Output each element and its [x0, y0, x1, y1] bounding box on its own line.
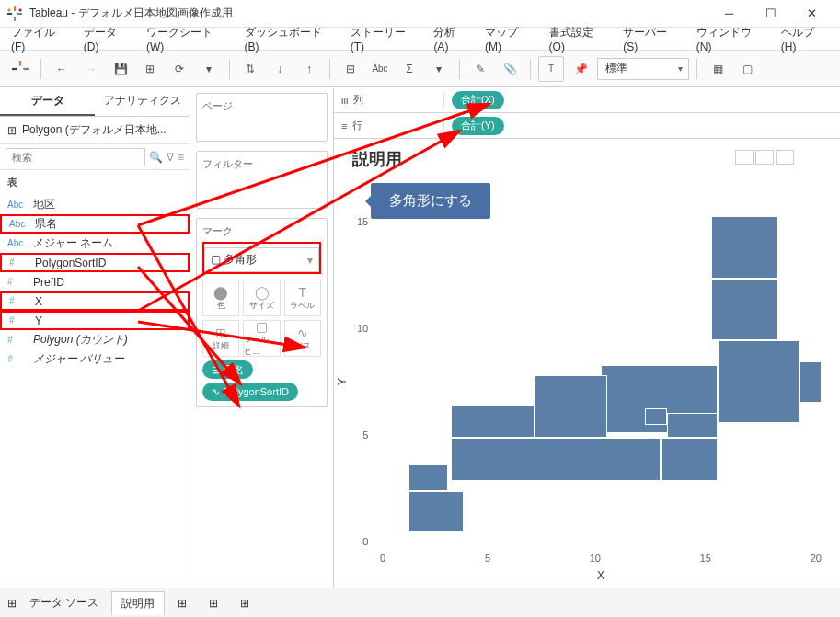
sort-desc-button[interactable]: ↑ — [296, 56, 322, 82]
annotation-callout: 多角形にする — [371, 183, 490, 219]
polygon[interactable] — [645, 408, 667, 425]
swap-button[interactable]: ⇅ — [237, 56, 263, 82]
pill-color-pref[interactable]: ⊟ 県名 — [202, 360, 253, 379]
new-story-button[interactable]: ⊞ — [231, 593, 259, 613]
filters-card[interactable]: フィルター — [196, 151, 328, 209]
chart-area: 説明用 多角形にする Y X 151050 05101520 — [334, 139, 840, 588]
x-axis-label: X — [597, 569, 604, 582]
save-button[interactable]: 💾 — [108, 56, 133, 82]
abc-icon: Abc — [7, 238, 28, 248]
menu-map[interactable]: マップ(M) — [479, 23, 540, 55]
pill-sum-x[interactable]: 合計(X) — [452, 91, 504, 109]
totals-button[interactable]: Σ — [397, 56, 422, 82]
pin-button[interactable]: 📌 — [568, 56, 593, 82]
polygon[interactable] — [661, 438, 718, 481]
fit-height-button[interactable] — [776, 150, 794, 165]
sheet-tabs: ⊞ データ ソース 説明用 ⊞ ⊞ ⊞ — [0, 588, 840, 617]
num-icon: # — [9, 315, 29, 326]
show-me-button[interactable]: ▦ — [705, 56, 731, 82]
menu-worksheet[interactable]: ワークシート(W) — [141, 23, 236, 55]
polygon[interactable] — [451, 438, 661, 481]
tab-data[interactable]: データ — [0, 87, 95, 116]
presentation-button[interactable]: ▢ — [734, 56, 760, 82]
field-PolygonSortID[interactable]: #PolygonSortID — [0, 253, 190, 272]
menu-file[interactable]: ファイル(F) — [6, 23, 75, 55]
datasource-tab-icon[interactable]: ⊞ — [7, 597, 17, 610]
mark-color[interactable]: ⬤色 — [202, 280, 239, 316]
menu-dashboard[interactable]: ダッシュボード(B) — [239, 23, 341, 55]
mark-size[interactable]: ◯サイズ — [243, 280, 280, 316]
search-input[interactable] — [6, 148, 145, 166]
mark-detail[interactable]: ⊞詳細 — [202, 320, 239, 357]
menu-format[interactable]: 書式設定(O) — [544, 23, 615, 55]
polygon[interactable] — [408, 491, 464, 532]
menu-analysis[interactable]: 分析(A) — [428, 23, 476, 55]
polygon[interactable] — [711, 279, 777, 341]
forward-button[interactable]: → — [78, 56, 104, 82]
polygon[interactable] — [711, 216, 777, 279]
list-icon[interactable]: ≡ — [178, 151, 184, 164]
fit-dropdown[interactable]: 標準 — [597, 58, 689, 80]
back-button[interactable]: ← — [49, 56, 75, 82]
pages-card[interactable]: ページ — [196, 93, 328, 142]
polygon[interactable] — [451, 405, 535, 438]
field-メジャー バリュー[interactable]: #メジャー バリュー — [0, 349, 190, 369]
polygon[interactable] — [667, 413, 718, 438]
sheet-tab[interactable]: 説明用 — [111, 591, 165, 615]
datasource-tab[interactable]: データ ソース — [20, 591, 108, 614]
attach-button[interactable]: 📎 — [497, 56, 523, 82]
polygon[interactable] — [535, 375, 607, 438]
num-icon: # — [7, 277, 28, 287]
menu-window[interactable]: ウィンドウ(N) — [691, 23, 772, 55]
menu-story[interactable]: ストーリー(T) — [345, 23, 425, 55]
tables-header: 表 — [0, 170, 190, 195]
show-labels-button[interactable]: ▾ — [426, 56, 452, 82]
num-icon: # — [9, 257, 29, 268]
rows-shelf[interactable]: 合計(Y) — [444, 117, 840, 135]
menu-data[interactable]: データ(D) — [78, 23, 137, 55]
mark-type-dropdown[interactable]: ▢ 多角形▾ — [204, 247, 319, 272]
viz-area: iii列 合計(X) ≡行 合計(Y) 説明用 多角形にする Y X 15105… — [334, 87, 840, 588]
fit-controls — [735, 150, 794, 165]
y-axis-label: Y — [336, 378, 349, 385]
tab-analytics[interactable]: アナリティクス — [95, 87, 190, 116]
group-button[interactable]: ⊟ — [338, 56, 363, 82]
field-メジャー ネーム[interactable]: Abcメジャー ネーム — [0, 234, 190, 253]
refresh-button[interactable]: ⟳ — [167, 56, 192, 82]
polygon[interactable] — [718, 340, 800, 423]
field-Y[interactable]: #Y — [0, 311, 190, 330]
mark-path[interactable]: ∿パス — [284, 320, 321, 357]
polygon[interactable] — [408, 464, 448, 491]
menu-help[interactable]: ヘルプ(H) — [776, 23, 834, 55]
rows-icon: ≡ — [341, 120, 347, 131]
field-県名[interactable]: Abc県名 — [0, 214, 190, 234]
search-icon[interactable]: 🔍 — [149, 151, 163, 164]
field-Polygon (カウント)[interactable]: #Polygon (カウント) — [0, 330, 190, 349]
toolbar: ← → 💾 ⊞ ⟳ ▾ ⇅ ↓ ↑ ⊟ Abc Σ ▾ ✎ 📎 T 📌 標準 ▦… — [0, 51, 840, 87]
field-X[interactable]: #X — [0, 291, 190, 311]
abc-button[interactable]: Abc — [367, 56, 393, 82]
field-地区[interactable]: Abc地区 — [0, 195, 190, 214]
columns-shelf-label: iii列 — [334, 93, 444, 107]
sort-asc-button[interactable]: ↓ — [267, 56, 293, 82]
new-worksheet-button[interactable]: ▾ — [196, 56, 222, 82]
polygon-chart[interactable]: Y X 151050 05101520 — [380, 216, 822, 547]
new-dashboard-button[interactable]: ⊞ — [200, 593, 227, 613]
field-PrefID[interactable]: #PrefID — [0, 272, 190, 291]
pill-sum-y[interactable]: 合計(Y) — [452, 117, 504, 135]
fit-width-button[interactable] — [755, 150, 774, 165]
highlight-button[interactable]: ✎ — [467, 56, 493, 82]
text-button[interactable]: T — [538, 56, 564, 82]
new-sheet-button[interactable]: ⊞ — [168, 593, 196, 613]
datasource-row[interactable]: ⊞ Polygon (デフォルメ日本地... — [0, 117, 190, 144]
fit-entire-button[interactable] — [735, 150, 754, 165]
mark-tooltip[interactable]: ▢ツールヒ... — [243, 320, 280, 357]
filter-icon[interactable]: ∇ — [167, 151, 174, 164]
mark-label[interactable]: Tラベル — [284, 280, 321, 316]
tableau-icon[interactable] — [7, 56, 33, 82]
columns-shelf[interactable]: 合計(X) — [444, 91, 840, 109]
menu-server[interactable]: サーバー(S) — [617, 23, 686, 55]
polygon[interactable] — [800, 361, 822, 403]
pill-path-sort[interactable]: ∿ PolygonSortID — [202, 383, 298, 401]
new-datasource-button[interactable]: ⊞ — [137, 56, 163, 82]
